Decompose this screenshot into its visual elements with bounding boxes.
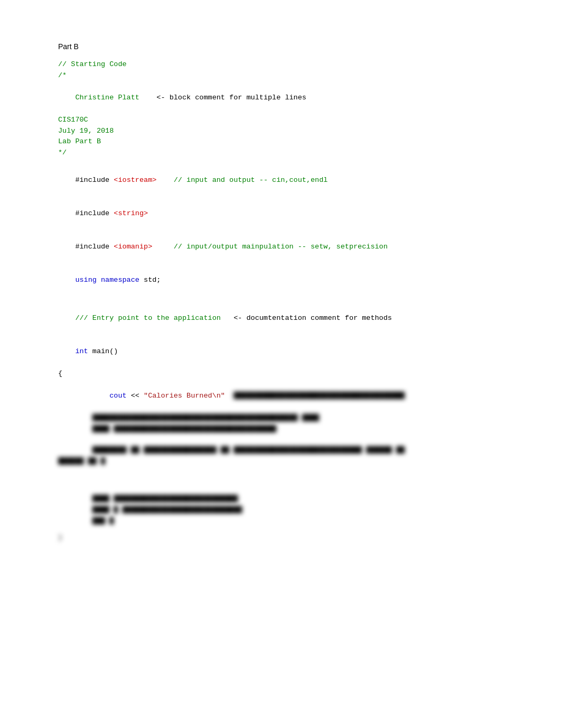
section-label: Part B: [58, 42, 503, 51]
line-comment: // Starting Code: [58, 59, 503, 70]
block-open: /*: [58, 70, 503, 81]
cout-op: <<: [127, 392, 144, 400]
author-text: Christine Platt: [75, 94, 139, 102]
main-func: main(): [88, 347, 118, 355]
include2-lib: <string>: [114, 209, 148, 217]
cout-indent: [75, 392, 109, 400]
include1-comment: // input and output -- cin,cout,endl: [156, 176, 328, 184]
include3-line: #include <iomanip> // input/output mainp…: [58, 231, 503, 264]
doc-comment2: <- documtentation comment for methods: [221, 314, 392, 322]
code-block: // Starting Code /* Christine Platt <- b…: [58, 59, 503, 543]
include1-pre: #include: [75, 176, 114, 184]
brace-close-line: }: [58, 532, 503, 543]
author-line: Christine Platt <- block comment for mul…: [58, 81, 503, 115]
include1-lib: <iostream>: [114, 176, 156, 184]
include3-pre: #include: [75, 243, 114, 251]
include3-comment: // input/output mainpulation -- setw, se…: [152, 243, 388, 251]
include3-lib: <iomanip>: [114, 243, 152, 251]
include1-line: #include <iostream> // input and output …: [58, 164, 503, 197]
blurred-line2: ████████████████████████████████████████…: [58, 413, 503, 424]
using-line: using namespace std;: [58, 264, 503, 297]
blurred-block3: ████ █ ████████████████████████████: [58, 505, 503, 516]
include2-pre: #include: [75, 209, 114, 217]
blurred-line4: ████████ ██ █████████████████ ██ ███████…: [58, 445, 503, 456]
cout-keyword: cout: [109, 392, 126, 400]
date-line: July 19, 2018: [58, 126, 503, 137]
author-comment: <- block comment for multiple lines: [139, 94, 306, 102]
blurred-block4: ███ █: [58, 516, 503, 527]
main-func-line: int main(): [58, 335, 503, 368]
using-std: std;: [139, 276, 161, 284]
cout-line: cout << "Calories Burned\n" ████████████…: [58, 380, 503, 413]
blurred-block2: ████ █████████████████████████████: [58, 494, 503, 505]
include2-line: #include <string>: [58, 197, 503, 231]
brace-open-line: {: [58, 368, 503, 380]
lab-line: Lab Part B: [58, 136, 503, 148]
cout-string: "Calories Burned\n": [144, 392, 225, 400]
using-keyword: using namespace: [75, 276, 139, 284]
course-line: CIS170C: [58, 115, 503, 126]
block-close: */: [58, 148, 503, 159]
int-keyword: int: [75, 347, 88, 355]
blurred-line3: ████ ███████████████████████████████████…: [58, 424, 503, 435]
doc-comment-line: /// Entry point to the application <- do…: [58, 302, 503, 335]
doc-comment: /// Entry point to the application: [75, 314, 220, 322]
blurred-line1: ████████████████████████████████████████: [225, 392, 405, 400]
blurred-line5: ██████ ██ █: [58, 456, 503, 467]
